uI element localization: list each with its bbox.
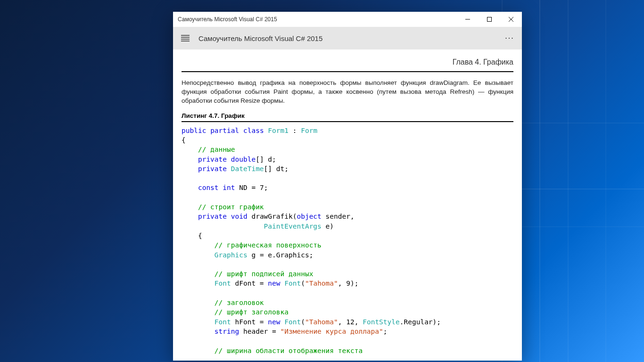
svg-rect-0 xyxy=(487,17,492,22)
close-button[interactable] xyxy=(500,12,522,27)
chapter-heading: Глава 4. Графика xyxy=(182,54,513,72)
listing-header: Листинг 4.7. График xyxy=(182,112,513,122)
toolbar-title: Самоучитель Microsoft Visual C# 2015 xyxy=(195,34,500,42)
code-block: public partial class Form1 : Form { // д… xyxy=(182,126,513,355)
more-icon[interactable]: ··· xyxy=(500,29,519,48)
toolbar: Самоучитель Microsoft Visual C# 2015 ··· xyxy=(173,27,522,49)
content-area: Глава 4. Графика Непосредственно вывод г… xyxy=(173,49,522,361)
app-window: Самоучитель Microsoft Visual C# 2015 Сам… xyxy=(173,12,522,361)
maximize-button[interactable] xyxy=(479,12,500,27)
window-title: Самоучитель Microsoft Visual C# 2015 xyxy=(178,16,457,23)
body-paragraph: Непосредственно вывод графика на поверхн… xyxy=(182,79,513,106)
minimize-button[interactable] xyxy=(457,12,479,27)
titlebar: Самоучитель Microsoft Visual C# 2015 xyxy=(173,12,522,27)
menu-icon[interactable] xyxy=(176,29,195,48)
